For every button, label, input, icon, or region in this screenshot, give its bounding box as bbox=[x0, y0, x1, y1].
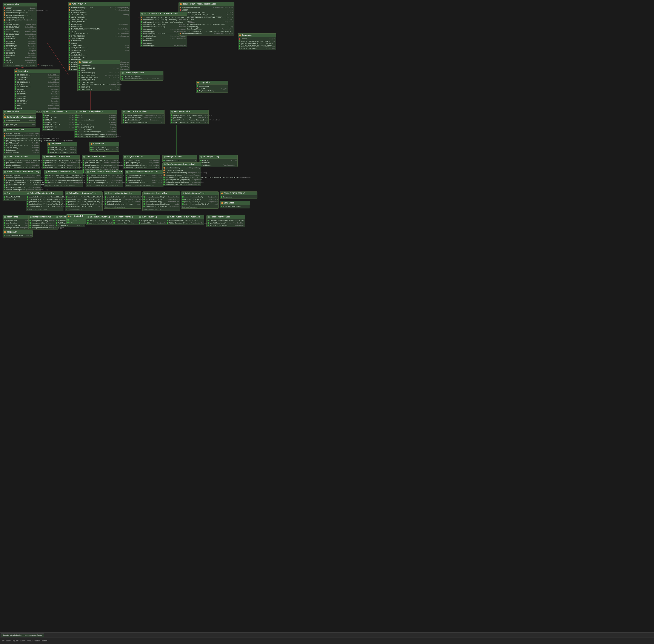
companion-top-right-title: Companion bbox=[242, 34, 252, 36]
user-mgmt-service-icon bbox=[164, 163, 166, 165]
subject-service-title: SubjectService bbox=[127, 156, 143, 158]
auth-config-icon bbox=[221, 202, 223, 204]
connections-layer bbox=[0, 0, 654, 644]
companion-icon-bottom bbox=[4, 231, 6, 233]
institution-ctrl-bottom-title: InstitutionController bbox=[108, 192, 132, 194]
school-class-service-title: SchoolClassService bbox=[7, 156, 27, 158]
active-tab[interactable]: OutstandingCobraServerApplicationTests bbox=[1, 634, 44, 637]
semester-ctrl-bottom-node: SemesterController createSemesterDto()Se… bbox=[142, 191, 180, 211]
semester-controller-node: DefaultSemesterController createSemester… bbox=[125, 170, 163, 187]
application-filter-service-header: AuthorizationFilterService bbox=[166, 215, 204, 219]
teacher-service-bottom-icon bbox=[208, 216, 210, 218]
subject-ctrl2-bottom-header: ENABLE_AUTH_BRIDGE bbox=[220, 192, 257, 195]
school-pos-repo-node: SchoolPositionRepository createSchoolPos… bbox=[44, 170, 83, 187]
user-mgmt-service-node: UserManagementServiceImpl AuthRepository… bbox=[162, 162, 201, 186]
semester-controller-header: DefaultSemesterController bbox=[125, 170, 163, 174]
institution-service-row2-icon bbox=[123, 111, 125, 113]
status-text: OutstandingCobraServerApplicationTestsu) bbox=[2, 640, 49, 642]
subject-small-header: SubjectConfig bbox=[138, 215, 167, 219]
companion-icon-3 bbox=[79, 61, 80, 63]
env-icon bbox=[4, 192, 6, 194]
user-mgmt-service-title: UserManagementServiceImpl bbox=[166, 163, 195, 165]
institution-service-row2-title: InstitutionService bbox=[125, 111, 146, 113]
node-icon bbox=[4, 4, 6, 5]
companion-bottom-mid-node: Companion USER_ACTIVE_IDString USER_ACTI… bbox=[47, 142, 77, 154]
companion-right-node: Companion Companion2 LOGGERLogger AnyPar… bbox=[196, 80, 228, 93]
companion-bottom-title: Companion bbox=[7, 231, 17, 233]
companion-top-right-header: Companion bbox=[238, 33, 276, 37]
auth-repo-header: AuthRepository bbox=[199, 155, 237, 159]
companion-bottom-node: Companion TEST_PATTERN_EXPRString bbox=[3, 230, 33, 237]
teacher-service-bottom-node: TeacherController TeacherController(Teac… bbox=[207, 215, 245, 227]
institution-small-title: InstitutionConfig bbox=[90, 216, 110, 218]
companion-mid-title: Companion bbox=[81, 61, 92, 63]
companion-small-right-node: Companion USER_ACTIVE_IDString USER_ACTI… bbox=[89, 142, 119, 152]
request-filter-resolution-header: RequestFilterResolutionFilter bbox=[179, 2, 234, 6]
school-class-ctrl-bottom-node: SchoolClassController createSchoolClassD… bbox=[26, 191, 64, 211]
subject-ctrl-bottom-header: SubjectController bbox=[181, 192, 218, 195]
school-pos-repo-header: SchoolPositionRepository bbox=[44, 170, 83, 174]
school-pos-repo-title: SchoolPositionRepository bbox=[48, 171, 76, 173]
test-config-title: TestConfiguration bbox=[124, 72, 144, 74]
companion-icon-1 bbox=[239, 34, 241, 36]
subject-ctrl2-icon bbox=[221, 192, 223, 194]
user-config-bottom-title: UserConfig bbox=[7, 216, 18, 218]
default-school-class-repo-header: DefaultSchoolClassRepository bbox=[3, 170, 41, 174]
filter-jwt-node: FilterJwtAuthorizationService canHandleO… bbox=[140, 12, 187, 33]
default-school-class-repo-icon bbox=[4, 171, 6, 173]
school-pos-ctrl-bottom-header: SchoolPositionController bbox=[65, 192, 102, 195]
companion-bottom-header: Companion bbox=[3, 230, 32, 234]
companion-mid-node: Companion Companion2 USER_ACTIVE_IDStrin… bbox=[77, 60, 120, 91]
institution-small-header: InstitutionConfig bbox=[86, 215, 116, 219]
filter-jwt-icon bbox=[141, 13, 143, 15]
user-service-impl-header: UserServiceImpl bbox=[3, 128, 40, 132]
user-service-impl-icon bbox=[4, 129, 6, 131]
companion-left-header: Companion bbox=[14, 70, 60, 73]
institution-repo-mid-title: InstitutionRepository bbox=[78, 111, 102, 113]
user-service-mid-icon bbox=[4, 111, 6, 113]
env-title: Env bbox=[7, 192, 10, 194]
teacher-service-title: TeacherService bbox=[174, 111, 190, 113]
auth-repo-node: AuthRepository AuthIdString AuthName Aut… bbox=[199, 155, 238, 167]
school-class-controller-title: DefaultSchoolClassController bbox=[90, 171, 122, 173]
subject-ctrl2-bottom-node: ENABLE_AUTH_BRIDGE Companion bbox=[220, 191, 257, 199]
institution-ctrl-bottom-node: InstitutionController createInstitutionD… bbox=[104, 191, 141, 209]
institution-repo-mid-node: InstitutionRepository USERUserDto USER2U… bbox=[74, 110, 117, 138]
application-filter-service-icon bbox=[167, 216, 169, 218]
companion-bottom-mid-header: Companion bbox=[47, 142, 77, 146]
request-filter-icon bbox=[180, 3, 182, 5]
tab-bar: OutstandingCobraServerApplicationTests bbox=[0, 632, 654, 638]
institution-ctrl-bottom-header: InstitutionController bbox=[104, 192, 141, 195]
teacher-service-bottom-header: TeacherController bbox=[207, 215, 245, 219]
school-pos-service-header: SchoolPositionService bbox=[42, 155, 79, 159]
manage-service-header: ManageService bbox=[163, 155, 196, 159]
companion-icon-2 bbox=[197, 82, 199, 84]
user-config-bottom-header: UserConfig bbox=[3, 215, 32, 219]
test-config-node: TestConfiguration TezConfiguration2 inst… bbox=[120, 71, 163, 80]
auth-filter-title: AuthorFilter bbox=[72, 3, 86, 5]
auth-filter-icon bbox=[69, 3, 71, 5]
institution-service-mid-header: InstitutionService bbox=[42, 110, 76, 114]
config-app-header: ConfigurationApplications bbox=[3, 115, 36, 119]
school-pos-ctrl-bottom-title: SchoolPositionController bbox=[69, 192, 97, 194]
semester-controller-icon bbox=[126, 171, 128, 173]
school-class-service-node: SchoolClassService createSchoolClass(Sch… bbox=[3, 155, 40, 169]
school-pos-ctrl-bottom-node: SchoolPositionController createSchoolPos… bbox=[65, 191, 102, 211]
node-title: UserService bbox=[7, 3, 19, 6]
auth-repo-icon bbox=[201, 156, 202, 158]
companion-icon-4 bbox=[15, 71, 17, 72]
institution-service-mid-title: InstitutionService bbox=[46, 111, 67, 113]
manage-service-icon bbox=[164, 156, 166, 158]
user-config-bottom-node: UserConfig userServiceUserDto userServic… bbox=[3, 215, 33, 230]
school-class-service-icon bbox=[4, 156, 6, 158]
diagram-canvas[interactable]: UserService LOGGERLogger institutionRepo… bbox=[0, 0, 654, 644]
config-app-icon bbox=[4, 116, 6, 118]
semester-ctrl-bottom-icon bbox=[144, 192, 146, 194]
companion-right-title: Companion bbox=[200, 82, 210, 84]
auth-filter-header: AuthorFilter bbox=[68, 2, 130, 6]
school-class-ctrl-bottom-icon bbox=[27, 192, 29, 194]
companion-left-node: Companion SCHOOLCLASS(1)SchoolClass SCHO… bbox=[14, 69, 60, 113]
semester-small-icon bbox=[114, 216, 116, 218]
subject-service-node: SubjectService createSubject()SubjectDto… bbox=[123, 155, 160, 169]
institution-service-row2-header: InstitutionService bbox=[122, 110, 164, 114]
